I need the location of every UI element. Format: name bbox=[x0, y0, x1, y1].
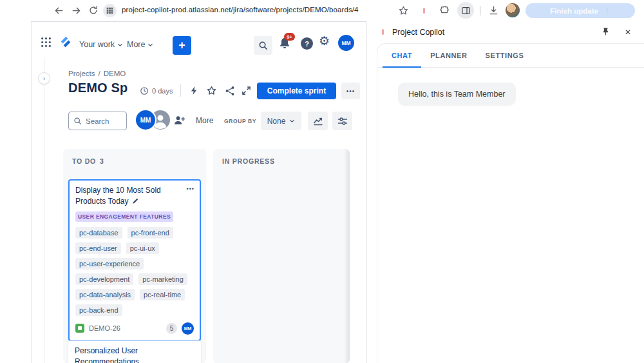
notifications-bell-icon[interactable]: 9+ bbox=[278, 37, 292, 51]
tag[interactable]: pc-user-experience bbox=[75, 258, 144, 270]
tag[interactable]: pc-development bbox=[75, 273, 133, 285]
sprint-days-remaining[interactable]: 0 days bbox=[140, 86, 173, 95]
address-bar[interactable]: project-copilot-prod.atlassian.net/jira/… bbox=[122, 6, 359, 14]
scroll-shadow bbox=[344, 149, 350, 363]
filter-more[interactable]: More bbox=[196, 116, 213, 125]
card-footer: DEMO-26 5 MM bbox=[75, 322, 194, 335]
column-todo: TO DO 3 ••• Display the 10 Most Sold Pro… bbox=[63, 149, 206, 363]
search-icon bbox=[73, 117, 82, 125]
browser-toolbar: project-copilot-prod.atlassian.net/jira/… bbox=[0, 0, 644, 21]
page-title: DEMO Sp bbox=[68, 81, 128, 95]
panel-content: CHAT PLANNER SETTINGS Hello, this is Tea… bbox=[377, 43, 644, 363]
help-icon[interactable]: ? bbox=[301, 37, 313, 50]
group-by-label: GROUP BY bbox=[224, 118, 256, 124]
expand-sidebar-button[interactable]: › bbox=[38, 72, 50, 84]
back-icon[interactable] bbox=[53, 5, 64, 16]
project-copilot-panel: Project Copilot ✕ CHAT PLANNER SETTINGS … bbox=[366, 21, 644, 363]
finish-update-label: Finish update bbox=[550, 7, 598, 15]
issue-card-personalized[interactable]: Personalized User Recommendations bbox=[68, 340, 201, 363]
view-settings-sliders-icon[interactable] bbox=[332, 112, 352, 130]
sprint-more-menu[interactable]: ••• bbox=[341, 83, 360, 99]
card-title: Display the 10 Most Sold Products Today bbox=[75, 185, 194, 207]
insights-chart-icon[interactable] bbox=[308, 112, 328, 130]
tag[interactable]: pc-data-analysis bbox=[75, 289, 135, 300]
column-todo-header: TO DO 3 bbox=[63, 149, 206, 165]
tab-planner[interactable]: PLANNER bbox=[421, 44, 476, 68]
card-title: Personalized User Recommendations bbox=[75, 346, 194, 363]
header-divider bbox=[180, 84, 181, 97]
panel-header: Project Copilot ✕ bbox=[366, 21, 644, 43]
share-icon[interactable] bbox=[223, 84, 236, 97]
create-button[interactable]: + bbox=[173, 36, 191, 55]
chevron-down-icon bbox=[147, 42, 153, 48]
browser-profile-avatar[interactable] bbox=[506, 3, 520, 17]
jira-page: › Your work More + 9+ ? ⚙ MM Projects bbox=[31, 21, 366, 363]
site-info-icon[interactable] bbox=[103, 4, 117, 17]
notification-dot bbox=[423, 8, 425, 14]
epic-label[interactable]: USER ENGAGEMENT FEATURES bbox=[75, 211, 173, 222]
assignee-avatar[interactable]: MM bbox=[182, 322, 194, 335]
nav-your-work[interactable]: Your work bbox=[79, 40, 123, 49]
reload-icon[interactable] bbox=[88, 5, 99, 16]
issue-key[interactable]: DEMO-26 bbox=[89, 324, 120, 332]
tag[interactable]: pc-front-end bbox=[128, 227, 173, 239]
nav-more[interactable]: More bbox=[127, 40, 153, 49]
breadcrumb-project[interactable]: DEMO bbox=[104, 70, 126, 77]
chat-message-bubble: Hello, this is Team Member bbox=[398, 83, 516, 106]
issue-type-icon bbox=[75, 324, 84, 333]
app-switcher-icon[interactable] bbox=[41, 37, 52, 48]
card-tags: pc-database pc-front-end pc-end-user pc-… bbox=[75, 227, 194, 316]
issue-card-demo-26[interactable]: ••• Display the 10 Most Sold Products To… bbox=[68, 179, 201, 341]
panel-title: Project Copilot bbox=[392, 28, 587, 37]
breadcrumb-projects[interactable]: Projects bbox=[68, 70, 95, 77]
tag[interactable]: pc-marketing bbox=[138, 273, 187, 285]
tab-chat[interactable]: CHAT bbox=[383, 44, 421, 68]
tab-settings[interactable]: SETTINGS bbox=[477, 44, 533, 68]
estimate-badge: 5 bbox=[166, 323, 177, 334]
fullscreen-icon[interactable] bbox=[240, 84, 252, 97]
toolbar-divider bbox=[480, 6, 480, 15]
download-icon[interactable] bbox=[488, 5, 499, 16]
breadcrumb-separator: / bbox=[99, 70, 100, 77]
card-more-menu[interactable]: ••• bbox=[187, 186, 194, 192]
complete-sprint-button[interactable]: Complete sprint bbox=[257, 83, 336, 99]
tag[interactable]: pc-database bbox=[75, 227, 122, 239]
column-todo-count: 3 bbox=[100, 157, 104, 165]
board-search bbox=[68, 112, 127, 130]
column-in-progress: IN PROGRESS bbox=[213, 149, 350, 363]
panel-favicon bbox=[382, 29, 384, 35]
favorite-star-icon[interactable] bbox=[205, 84, 218, 97]
automation-bolt-icon[interactable] bbox=[188, 84, 200, 97]
finish-update-menu-icon: ⋮ bbox=[603, 6, 611, 15]
chevron-down-icon bbox=[117, 42, 123, 48]
sidebar-rail bbox=[44, 57, 44, 363]
column-in-progress-header: IN PROGRESS bbox=[213, 149, 350, 165]
tag[interactable]: pc-end-user bbox=[75, 242, 121, 254]
forward-icon[interactable] bbox=[70, 5, 82, 16]
notification-count-badge: 9+ bbox=[284, 33, 295, 41]
clock-icon bbox=[140, 86, 149, 95]
breadcrumb: Projects / DEMO bbox=[68, 70, 126, 77]
tag[interactable]: pc-back-end bbox=[75, 304, 122, 316]
tag[interactable]: pc-real-time bbox=[140, 289, 185, 300]
filter-avatar-mm[interactable]: MM bbox=[136, 110, 155, 130]
user-avatar[interactable]: MM bbox=[338, 35, 354, 51]
finish-update-button[interactable]: Finish update ⋮ bbox=[526, 3, 635, 18]
extensions-icon[interactable] bbox=[439, 5, 450, 16]
settings-gear-icon[interactable]: ⚙ bbox=[319, 35, 330, 47]
add-people-icon[interactable] bbox=[173, 114, 185, 126]
tag[interactable]: pc-ui-ux bbox=[126, 242, 159, 254]
edit-pencil-icon[interactable] bbox=[132, 197, 139, 204]
chevron-down-icon bbox=[289, 118, 295, 124]
jira-logo-icon[interactable] bbox=[59, 35, 73, 49]
side-panel-toggle-icon[interactable] bbox=[457, 2, 474, 19]
screen: project-copilot-prod.atlassian.net/jira/… bbox=[0, 0, 644, 363]
close-icon[interactable]: ✕ bbox=[625, 28, 631, 37]
bookmark-star-icon[interactable] bbox=[397, 5, 409, 16]
pin-icon[interactable] bbox=[601, 27, 611, 37]
panel-tabs: CHAT PLANNER SETTINGS bbox=[377, 44, 644, 68]
group-by-select[interactable]: None bbox=[261, 112, 301, 130]
board-search-input[interactable] bbox=[86, 117, 121, 125]
nav-search-icon[interactable] bbox=[254, 36, 272, 55]
